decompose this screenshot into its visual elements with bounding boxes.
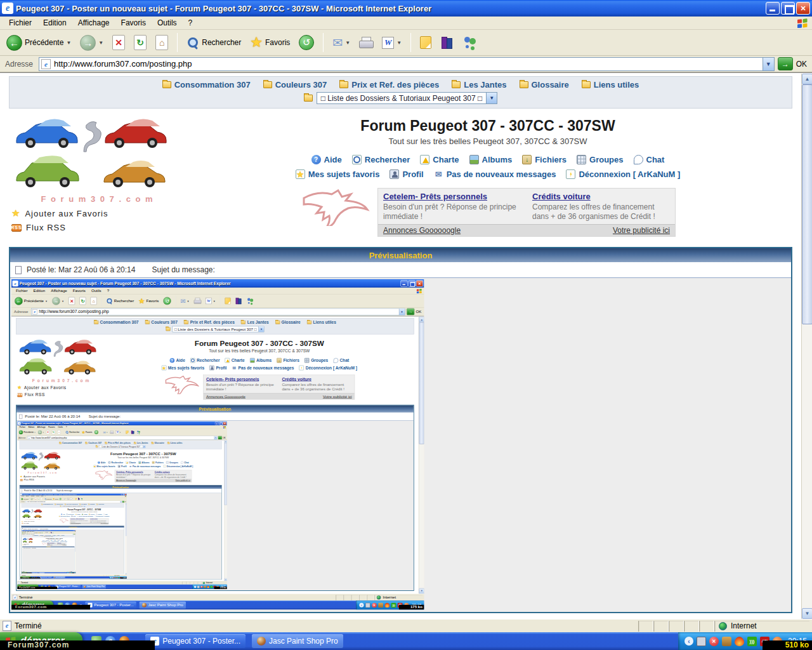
- menu-aide-link[interactable]: ?Aide: [61, 514, 65, 515]
- menu-deconnexion-link[interactable]: Déconnexion [ ArKaNuM ]: [164, 465, 193, 468]
- nav-glossaire[interactable]: Glossaire: [56, 535, 60, 536]
- messenger-button[interactable]: [246, 297, 256, 305]
- menu-rechercher-link[interactable]: Rechercher: [352, 155, 410, 164]
- history-button[interactable]: ↺: [94, 430, 99, 434]
- menu-groupes-link[interactable]: Groupes: [166, 461, 178, 464]
- back-button[interactable]: ← Précédente ▼: [21, 498, 30, 500]
- mail-button[interactable]: ✉ ▼: [179, 296, 190, 305]
- menu-aide-link[interactable]: ?Aide: [311, 155, 342, 164]
- menu-aide[interactable]: ?: [183, 17, 198, 29]
- home-button[interactable]: ⌂: [153, 34, 171, 51]
- dossiers-dropdown[interactable]: □ Liste des Dossiers & Tutoriaux Peugeot…: [317, 92, 498, 104]
- nav-liens-utiles[interactable]: Liens utiles: [307, 320, 336, 325]
- menu-edition[interactable]: Edition: [30, 288, 48, 294]
- menu-charte-link[interactable]: Charte: [75, 514, 81, 515]
- scroll-up-button[interactable]: ▲: [802, 74, 812, 84]
- stop-button[interactable]: ✕: [67, 296, 76, 305]
- dossiers-dropdown[interactable]: □ Liste des Dossiers & Tutoriaux Peugeot…: [62, 505, 85, 507]
- restore-button[interactable]: [219, 421, 223, 425]
- menu-profil-link[interactable]: Profil: [390, 169, 423, 179]
- menu-affichage[interactable]: Affichage: [48, 288, 69, 294]
- dog-tray-icon[interactable]: [722, 637, 731, 646]
- nav-consommation[interactable]: Consommation 307: [59, 442, 82, 444]
- rss-tray-icon[interactable]: ))): [747, 637, 757, 646]
- nav-liens-utiles[interactable]: Liens utiles: [96, 504, 104, 505]
- vertical-scrollbar[interactable]: ▲ ▼: [224, 441, 226, 581]
- print-button[interactable]: [67, 498, 70, 500]
- menu-affichage[interactable]: Affichage: [73, 17, 115, 29]
- tray-collapse-icon[interactable]: ‹: [684, 637, 693, 646]
- scrollbar-thumb[interactable]: [225, 443, 227, 505]
- scroll-down-button[interactable]: ▼: [802, 608, 812, 619]
- history-button[interactable]: ↺: [59, 498, 62, 500]
- ad-title-link[interactable]: Crédits voiture: [282, 376, 351, 381]
- menu-affichage[interactable]: Affichage: [36, 426, 47, 429]
- menu-fichiers-link[interactable]: ↓Fichiers: [152, 461, 164, 464]
- network-tray-icon[interactable]: [365, 602, 370, 607]
- scrollbar-thumb[interactable]: [126, 505, 127, 536]
- alert-tray-icon[interactable]: ✕: [200, 586, 203, 588]
- search-button[interactable]: Rechercher: [184, 35, 244, 50]
- ad-title-link[interactable]: Cetelem- Prêts personnels: [383, 192, 521, 201]
- scrollbar-thumb[interactable]: [75, 536, 75, 552]
- refresh-button[interactable]: ↻: [78, 296, 87, 305]
- menu-albums-link[interactable]: Albums: [250, 358, 272, 363]
- rss-tray-icon[interactable]: ))): [391, 602, 396, 607]
- add-favorites-link[interactable]: ★ Ajouter aux Favoris: [20, 475, 65, 478]
- stop-button[interactable]: ✕: [35, 498, 37, 500]
- taskbar-button-ie[interactable]: e Peugeot 307 - Poster...: [31, 573, 38, 573]
- network-tray-icon[interactable]: [697, 637, 706, 646]
- favorites-button[interactable]: ★ Favoris: [53, 498, 58, 500]
- nav-couleurs[interactable]: Couleurs 307: [263, 80, 327, 90]
- menu-aide[interactable]: ?: [65, 426, 69, 429]
- print-button[interactable]: [357, 36, 376, 50]
- vertical-scrollbar[interactable]: ▲ ▼: [75, 535, 75, 571]
- address-input[interactable]: [38, 309, 398, 315]
- add-favorites-link[interactable]: ★ Ajouter aux Favoris: [17, 385, 105, 390]
- discuss-button[interactable]: [417, 35, 434, 50]
- nav-liens-utiles[interactable]: Liens utiles: [167, 442, 182, 444]
- vertical-scrollbar[interactable]: ▲ ▼: [126, 503, 127, 574]
- menu-fichier[interactable]: Fichier: [4, 17, 37, 29]
- search-button[interactable]: Rechercher: [65, 430, 80, 434]
- scrollbar-thumb[interactable]: [802, 84, 812, 324]
- vertical-scrollbar[interactable]: ▲ ▼: [419, 317, 424, 594]
- close-button[interactable]: ✕: [416, 281, 423, 287]
- menu-fichier[interactable]: Fichier: [13, 288, 30, 294]
- menu-aide-link[interactable]: ?Aide: [98, 461, 105, 464]
- nav-consommation[interactable]: Consommation 307: [94, 320, 139, 325]
- forward-button[interactable]: → ▼: [77, 34, 106, 52]
- discuss-button[interactable]: [223, 297, 232, 305]
- print-button[interactable]: [109, 430, 114, 434]
- nav-glossaire[interactable]: Glossaire: [88, 504, 95, 505]
- taskbar-button-ie[interactable]: e Peugeot 307 - Poster...: [39, 576, 53, 578]
- stop-button[interactable]: ✕: [110, 34, 128, 51]
- close-button[interactable]: ✕: [796, 2, 810, 15]
- taskbar-button-psp[interactable]: Jasc Paint Shop Pro: [252, 634, 343, 648]
- menu-charte-link[interactable]: Charte: [420, 155, 459, 164]
- menu-rechercher-link[interactable]: Rechercher: [108, 461, 123, 464]
- menu-profil-link[interactable]: Profil: [48, 541, 50, 542]
- nav-consommation[interactable]: Consommation 307: [32, 535, 38, 536]
- alert-tray-icon[interactable]: ✕: [709, 637, 719, 646]
- menu-fichiers-link[interactable]: ↓Fichiers: [89, 514, 95, 515]
- dossiers-dropdown[interactable]: □ Liste des Dossiers & Tutoriaux Peugeot…: [99, 445, 146, 448]
- rss-tray-icon[interactable]: ))): [210, 586, 213, 588]
- google-ads-link[interactable]: Annonces Goooooogle: [116, 480, 136, 482]
- nav-glossaire[interactable]: Glossaire: [520, 80, 569, 90]
- menu-messages-link[interactable]: ✉Pas de nouveaux messages: [232, 366, 294, 371]
- edit-word-button[interactable]: W ▼: [70, 498, 73, 500]
- nav-prix-pieces[interactable]: Prix et Ref. des pièces: [105, 442, 131, 444]
- tray-collapse-icon[interactable]: ‹: [359, 603, 363, 607]
- mail-button[interactable]: ✉ ▼: [330, 34, 353, 51]
- nav-prix-pieces[interactable]: Prix et Ref. des pièces: [339, 80, 439, 90]
- menu-deconnexion-link[interactable]: Déconnexion [ ArKaNuM ]: [95, 515, 110, 517]
- menu-aide[interactable]: ?: [105, 288, 112, 294]
- nav-glossaire[interactable]: Glossaire: [275, 320, 301, 325]
- forward-button[interactable]: → ▼: [51, 296, 65, 306]
- research-button[interactable]: [130, 430, 135, 434]
- scroll-up-button[interactable]: ▲: [419, 317, 424, 322]
- menu-deconnexion-link[interactable]: Déconnexion [ ArKaNuM ]: [299, 366, 357, 371]
- mail-button[interactable]: ✉ ▼: [103, 430, 108, 434]
- address-dropdown-button[interactable]: ▼: [214, 436, 217, 439]
